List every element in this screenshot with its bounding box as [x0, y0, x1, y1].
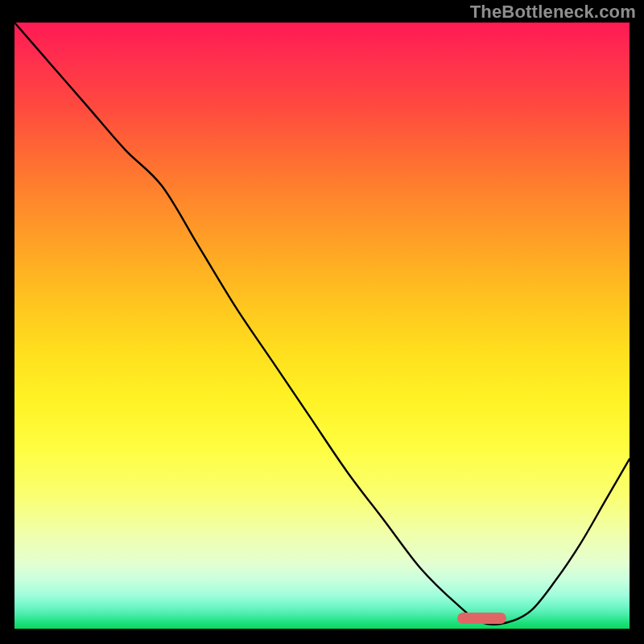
plot-area	[14, 23, 630, 629]
watermark-text: TheBottleneck.com	[470, 2, 636, 23]
chart-container: TheBottleneck.com	[0, 0, 644, 644]
optimal-marker	[457, 613, 506, 624]
bottleneck-curve	[14, 23, 630, 629]
